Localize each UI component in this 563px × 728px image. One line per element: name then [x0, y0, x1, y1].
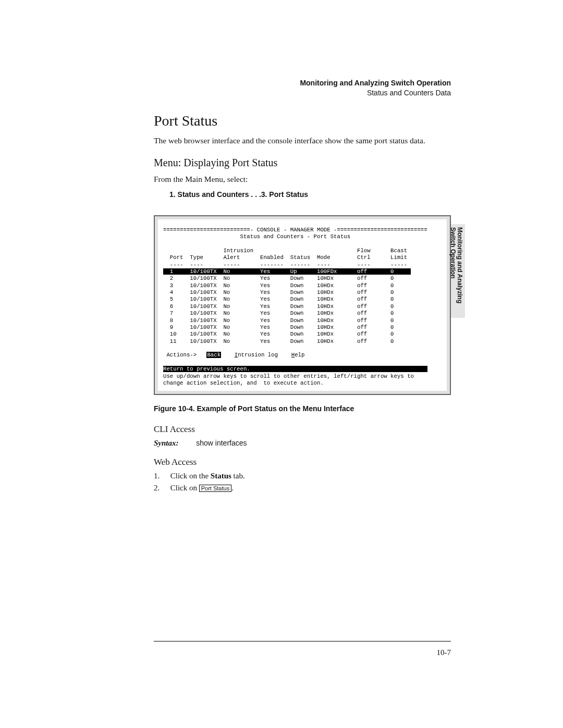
console-screen: ==========================- CONSOLE - MA…	[158, 219, 447, 391]
step1-post: tab.	[231, 472, 245, 480]
web-steps: 1. Click on the Status tab. 2. Click on …	[154, 472, 451, 492]
header-title: Monitoring and Analyzing Switch Operatio…	[154, 78, 451, 88]
header-subtitle: Status and Counters Data	[154, 88, 451, 98]
cli-heading: CLI Access	[154, 424, 451, 435]
syntax-command: show interfaces	[196, 439, 247, 447]
side-tab: Monitoring and AnalyzingSwitch Operation	[451, 224, 465, 318]
step1-bold: Status	[211, 472, 231, 480]
figure-caption: Figure 10-4. Example of Port Status on t…	[154, 404, 451, 413]
port-status-button-label: Port Status	[199, 485, 231, 492]
syntax-row: Syntax: show interfaces	[154, 439, 451, 448]
step2-post: .	[231, 484, 234, 492]
section-heading: Port Status	[154, 113, 451, 129]
intro-paragraph: The web browser interface and the consol…	[154, 135, 451, 146]
footer-rule	[154, 641, 451, 641]
page-number: 10-7	[437, 648, 451, 657]
menu-subheading: Menu: Displaying Port Status	[154, 157, 451, 169]
page-header: Monitoring and Analyzing Switch Operatio…	[154, 78, 451, 98]
side-tab-text: Monitoring and AnalyzingSwitch Operation	[449, 227, 463, 303]
console-figure: ==========================- CONSOLE - MA…	[154, 215, 451, 396]
web-heading: Web Access	[154, 457, 451, 467]
syntax-label: Syntax:	[154, 439, 179, 447]
web-step-2: 2. Click on Port Status.	[154, 484, 451, 492]
web-step-1: 1. Click on the Status tab.	[154, 472, 451, 480]
step2-pre: Click on	[170, 484, 199, 492]
menu-path: 1. Status and Counters . . .3. Port Stat…	[169, 190, 451, 199]
menu-lead-text: From the Main Menu, select:	[154, 174, 451, 185]
step1-pre: Click on the	[170, 472, 211, 480]
